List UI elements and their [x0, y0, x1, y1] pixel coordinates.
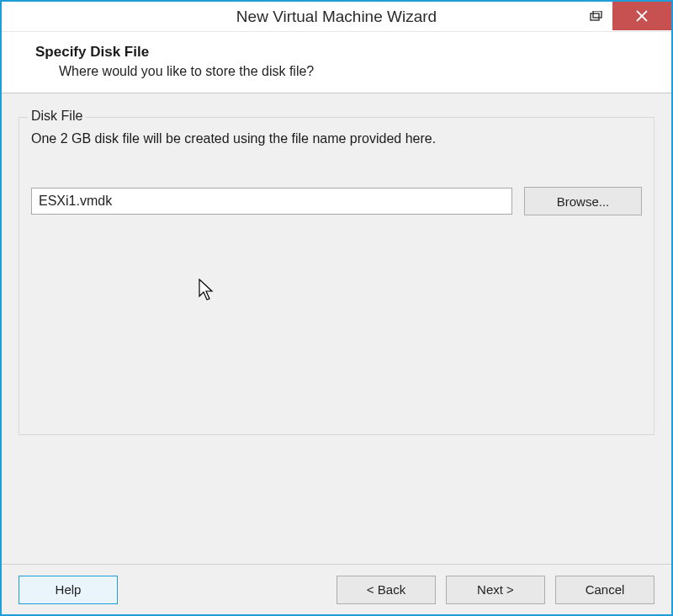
- fieldset-legend: Disk File: [28, 109, 86, 124]
- browse-button[interactable]: Browse...: [524, 187, 642, 215]
- content-area: Disk File One 2 GB disk file will be cre…: [2, 93, 671, 564]
- disk-file-input[interactable]: [31, 188, 512, 215]
- back-button[interactable]: < Back: [336, 576, 436, 604]
- wizard-window: New Virtual Machine Wizard Specify Disk …: [0, 0, 673, 616]
- close-button[interactable]: [612, 2, 671, 30]
- file-row: Browse...: [31, 187, 642, 215]
- help-button[interactable]: Help: [19, 576, 118, 604]
- close-icon: [636, 10, 648, 22]
- next-button[interactable]: Next >: [446, 576, 545, 604]
- titlebar-controls: [579, 2, 671, 31]
- disk-file-fieldset: Disk File One 2 GB disk file will be cre…: [19, 117, 654, 435]
- restore-icon[interactable]: [579, 2, 612, 31]
- titlebar: New Virtual Machine Wizard: [2, 2, 671, 32]
- window-title: New Virtual Machine Wizard: [236, 8, 437, 26]
- cancel-button[interactable]: Cancel: [555, 576, 654, 604]
- page-subtitle: Where would you like to store the disk f…: [59, 64, 653, 79]
- fieldset-description: One 2 GB disk file will be created using…: [31, 131, 642, 146]
- wizard-header: Specify Disk File Where would you like t…: [2, 32, 671, 93]
- svg-rect-0: [591, 13, 599, 20]
- footer-buttons: < Back Next > Cancel: [336, 576, 654, 604]
- wizard-footer: Help < Back Next > Cancel: [2, 564, 671, 614]
- page-title: Specify Disk File: [35, 44, 653, 61]
- svg-rect-1: [593, 11, 601, 18]
